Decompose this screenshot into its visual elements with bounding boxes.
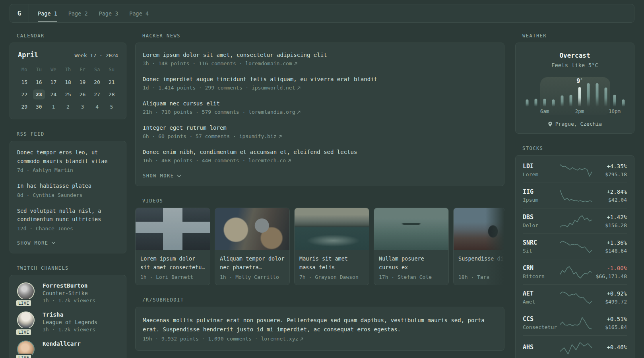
weather-bar-slot bbox=[619, 82, 628, 107]
stock-row[interactable]: CRN Bitcorn -1.00% $66,171.48 bbox=[523, 259, 627, 285]
twitch-channel-game: League of Legends bbox=[43, 319, 97, 325]
stock-ticker: IIG bbox=[523, 188, 559, 195]
stocks-section-header: STOCKS bbox=[522, 146, 634, 151]
stock-sparkline bbox=[559, 265, 593, 279]
hacker-news-item-title[interactable]: Lorem ipsum dolor sit amet, consectetur … bbox=[143, 52, 497, 58]
rss-card: Donec tempor eros leo, ut commodo mauris… bbox=[10, 141, 126, 253]
stock-company-name: Ipsum bbox=[523, 197, 559, 203]
hacker-news-item-domain-link[interactable]: loremdomain.com bbox=[245, 60, 297, 66]
hacker-news-show-more-label: SHOW MORE bbox=[143, 173, 174, 179]
stock-row[interactable]: AET Amet +0.92% $499.72 bbox=[523, 285, 627, 310]
calendar-section: CALENDAR April Week 17 · 2024 Mo Tu We T… bbox=[10, 33, 126, 119]
tab-page[interactable]: Page 3 bbox=[99, 4, 118, 22]
stock-identity: CCS Consectetur bbox=[523, 315, 559, 330]
calendar-section-header: CALENDAR bbox=[17, 33, 126, 39]
stock-row[interactable]: DBS Dolor +1.42% $156.28 bbox=[523, 208, 627, 234]
video-card[interactable]: Suspendisse diam 18h · Tara bbox=[453, 208, 504, 285]
calendar-weekday-label: Sa bbox=[94, 65, 100, 75]
video-title[interactable]: Nullam posuere cursus ex bbox=[379, 255, 444, 272]
external-link-icon bbox=[294, 62, 297, 66]
weather-bar-current bbox=[578, 87, 581, 107]
app-logo[interactable]: G bbox=[10, 4, 29, 22]
stock-row[interactable]: SNRC Sit +1.36% $148.64 bbox=[523, 234, 627, 259]
rss-item-title[interactable]: Sed volutpat nulla nisl, a condimentum n… bbox=[17, 207, 119, 224]
video-title[interactable]: Lorem ipsum dolor sit amet consectetu… bbox=[140, 255, 205, 272]
hacker-news-item: Lorem ipsum dolor sit amet, consectetur … bbox=[143, 52, 497, 66]
weather-bar bbox=[535, 99, 537, 107]
current-temp-label: 9° bbox=[576, 78, 583, 85]
hacker-news-item: Donec enim nibh, condimentum et accumsan… bbox=[143, 149, 497, 163]
video-card[interactable]: Lorem ipsum dolor sit amet consectetu… 1… bbox=[135, 208, 210, 285]
videos-row: Lorem ipsum dolor sit amet consectetu… 1… bbox=[135, 208, 504, 285]
twitch-channel-row[interactable]: LIVE Trisha League of Legends 3h · 1.2k … bbox=[17, 311, 119, 333]
video-card[interactable]: Aliquam tempor dolor nec pharetra… 1h · … bbox=[215, 208, 290, 285]
stock-values: +1.42% $156.28 bbox=[593, 214, 627, 228]
hacker-news-item-title[interactable]: Donec enim nibh, condimentum et accumsan… bbox=[143, 149, 497, 155]
video-card-body: Nullam posuere cursus ex 17h · Stefan Co… bbox=[374, 250, 448, 285]
twitch-channel-name[interactable]: KendallCarr bbox=[43, 340, 81, 347]
hacker-news-item-domain-link[interactable]: ipsumworld.net bbox=[252, 85, 301, 91]
subreddit-post-title[interactable]: Maecenas mollis pulvinar erat non posuer… bbox=[143, 316, 497, 334]
calendar-month: April bbox=[18, 51, 38, 59]
tab-page[interactable]: Page 2 bbox=[68, 4, 88, 22]
video-thumbnail bbox=[454, 208, 504, 250]
stock-sparkline bbox=[559, 214, 593, 228]
video-card[interactable]: Mauris sit amet massa felis 7h · Grayson… bbox=[294, 208, 369, 285]
external-link-icon bbox=[278, 135, 282, 138]
subreddit-post-domain-link[interactable]: loremnet.xyz bbox=[261, 336, 303, 342]
twitch-channel-info: Trisha League of Legends 3h · 1.2k viewe… bbox=[43, 311, 97, 333]
rss-item-meta: 8d · Cynthia Saunders bbox=[17, 192, 119, 198]
hacker-news-item-meta: 16h · 468 points · 440 comments · loremt… bbox=[143, 158, 497, 163]
video-title[interactable]: Suspendisse diam bbox=[458, 255, 504, 272]
calendar-weekday-label: Su bbox=[109, 65, 114, 75]
twitch-channel-name[interactable]: Trisha bbox=[43, 311, 97, 318]
stock-row[interactable]: AHS +0.46% bbox=[523, 336, 627, 358]
hacker-news-item-title[interactable]: Aliquam nec cursus elit bbox=[143, 100, 497, 107]
hacker-news-section-header: HACKER NEWS bbox=[142, 33, 504, 39]
subreddit-post-domain: loremnet.xyz bbox=[261, 336, 298, 342]
calendar-day: 22 bbox=[18, 90, 30, 99]
rss-section: RSS FEED Donec tempor eros leo, ut commo… bbox=[10, 131, 126, 253]
video-title[interactable]: Mauris sit amet massa felis bbox=[299, 255, 364, 272]
hacker-news-item-domain-link[interactable]: loremlandia.org bbox=[248, 109, 300, 115]
stock-row[interactable]: CCS Consectetur +0.51% $165.84 bbox=[523, 310, 627, 336]
sparkline-path bbox=[560, 241, 592, 253]
stock-company-name: Dolor bbox=[523, 222, 559, 228]
hacker-news-show-more-button[interactable]: SHOW MORE bbox=[143, 173, 497, 179]
tab-page[interactable]: Page 4 bbox=[129, 4, 149, 22]
external-link-icon bbox=[300, 337, 303, 341]
hacker-news-item-domain-link[interactable]: loremtech.co bbox=[248, 158, 291, 163]
calendar-weekday-label: Tu bbox=[36, 65, 42, 75]
calendar-grid: Mo Tu We Th Fr Sa Su 15 bbox=[17, 65, 119, 112]
twitch-channel-row[interactable]: LIVE ForrestBurton Counter-Strike 1h · 1… bbox=[17, 282, 119, 304]
twitch-channel-row[interactable]: LIVE KendallCarr bbox=[17, 340, 119, 358]
rss-show-more-button[interactable]: SHOW MORE bbox=[17, 240, 119, 246]
stock-row[interactable]: IIG Ipsum +2.84% $42.04 bbox=[523, 183, 627, 208]
subreddit-post-meta: 19h · 9,932 points · 1,090 comments · lo… bbox=[143, 336, 497, 342]
video-thumbnail bbox=[136, 208, 210, 250]
stock-row[interactable]: LDI Lorem +4.35% $795.18 bbox=[523, 158, 627, 183]
hacker-news-item: Integer eget rutrum lorem 6h · 60 points… bbox=[143, 125, 497, 139]
stock-price: $795.18 bbox=[593, 171, 627, 177]
hacker-news-item-domain-link[interactable]: ipsumify.biz bbox=[239, 133, 282, 139]
stock-identity: DBS Dolor bbox=[523, 214, 559, 228]
video-title[interactable]: Aliquam tempor dolor nec pharetra… bbox=[220, 255, 285, 272]
rss-item-title[interactable]: Donec tempor eros leo, ut commodo mauris… bbox=[17, 148, 119, 165]
video-card[interactable]: Nullam posuere cursus ex 17h · Stefan Co… bbox=[374, 208, 449, 285]
avatar bbox=[17, 282, 35, 300]
rss-item-title[interactable]: In hac habitasse platea bbox=[17, 182, 119, 191]
weather-axis-label: 2pm bbox=[575, 108, 584, 114]
twitch-channel-name[interactable]: ForrestBurton bbox=[43, 282, 95, 289]
hacker-news-item-title[interactable]: Donec imperdiet augue tincidunt felis al… bbox=[143, 76, 497, 82]
tab-page[interactable]: Page 1 bbox=[38, 4, 57, 22]
calendar-day: 25 bbox=[62, 90, 74, 99]
rss-item: Sed volutpat nulla nisl, a condimentum n… bbox=[17, 207, 119, 232]
hacker-news-section: HACKER NEWS Lorem ipsum dolor sit amet, … bbox=[135, 33, 504, 186]
calendar-card: April Week 17 · 2024 Mo Tu We Th Fr bbox=[10, 43, 126, 119]
calendar-day: 4 bbox=[91, 102, 103, 112]
hacker-news-item-title[interactable]: Integer eget rutrum lorem bbox=[143, 125, 497, 131]
sparkline-path bbox=[560, 165, 592, 176]
hacker-news-item-meta: 21h · 710 points · 579 comments · loreml… bbox=[143, 109, 497, 115]
weather-axis-label: 6am bbox=[540, 108, 549, 114]
hacker-news-item-stats: 3h · 148 points · 116 comments · bbox=[143, 60, 245, 66]
